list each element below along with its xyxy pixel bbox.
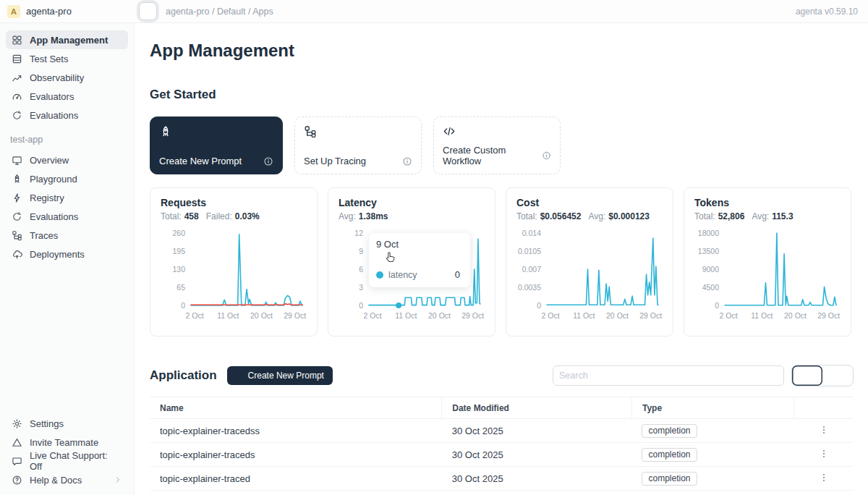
tooltip-series-row: latency0 [376, 269, 463, 280]
table-header-row: Name Date Modified Type [150, 397, 854, 419]
svg-text:0.014: 0.014 [522, 229, 541, 237]
sidebar-item-label: Invite Teammate [30, 437, 98, 448]
svg-text:0.0035: 0.0035 [518, 283, 541, 292]
sidebar-item-evaluators[interactable]: Evaluators [6, 87, 128, 106]
row-actions-icon[interactable] [819, 425, 829, 435]
svg-text:195: 195 [172, 247, 185, 255]
cell-name: topic-explainer-tracedss [150, 419, 442, 443]
cell-type: completion [631, 419, 793, 443]
sidebar-item-label: Overview [30, 155, 69, 166]
sidebar-item-label: Observability [30, 72, 84, 83]
kpi-card-cost: CostTotal:$0.056452Avg:$0.0001230.0140.0… [506, 187, 673, 337]
sidebar-app-item-overview[interactable]: Overview [6, 151, 128, 169]
sidebar-bottom-item-help-docs[interactable]: Help & Docs [6, 470, 128, 489]
plus-icon [236, 372, 244, 380]
svg-text:4500: 4500 [702, 283, 720, 292]
table-row-career-assessment[interactable]: career-assessment27 Oct 2025completion [150, 491, 854, 495]
sidebar-bottom-item-invite-teammate[interactable]: Invite Teammate [6, 433, 128, 452]
series-dot [376, 271, 383, 279]
chevron-right-icon [114, 475, 122, 484]
column-header-type: Type [631, 397, 793, 419]
tree-icon [304, 125, 317, 138]
svg-text:29 Oct: 29 Oct [817, 311, 840, 320]
sidebar-item-label: Settings [30, 418, 64, 429]
apps-table: Name Date Modified Type topic-explainer-… [150, 397, 854, 495]
svg-text:2 Oct: 2 Oct [186, 311, 204, 320]
topbar: A agenta-pro agenta-pro / Default / Apps… [0, 0, 868, 23]
search-input[interactable] [559, 371, 767, 381]
svg-text:9: 9 [359, 247, 363, 255]
breadcrumb[interactable]: agenta-pro / Default / Apps [166, 7, 273, 17]
row-actions-icon[interactable] [819, 449, 829, 459]
kpi-card-latency: LatencyAvg:1.38ms1296302 Oct11 Oct20 Oct… [328, 187, 495, 337]
svg-text:0.007: 0.007 [522, 265, 541, 274]
workspace-switcher[interactable]: A agenta-pro [7, 5, 129, 18]
sidebar-bottom-nav: SettingsInvite TeammateLive Chat Support… [0, 414, 134, 489]
table-row-topic-explainer-traced[interactable]: topic-explainer-traced30 Oct 2025complet… [150, 467, 854, 491]
card-view-button[interactable] [822, 365, 853, 386]
sidebar-app-item-evaluations[interactable]: Evaluations [6, 207, 128, 226]
sidebar-bottom-item-settings[interactable]: Settings [6, 414, 128, 433]
svg-text:29 Oct: 29 Oct [461, 311, 484, 320]
svg-text:3: 3 [359, 283, 363, 292]
rocket-icon [12, 174, 22, 185]
search-icon[interactable] [767, 371, 778, 381]
info-icon [402, 156, 412, 166]
kpi-chart-requests[interactable]: 2601951306502 Oct11 Oct20 Oct29 Oct [161, 224, 308, 334]
sidebar-app-item-playground[interactable]: Playground [6, 169, 128, 188]
sidebar-app-item-deployments[interactable]: Deployments [6, 245, 128, 263]
get-started-card-create-new-prompt[interactable]: Create New Prompt [150, 117, 283, 174]
card-label: Set Up Tracing [304, 156, 366, 166]
svg-text:20 Oct: 20 Oct [250, 311, 273, 320]
svg-text:18000: 18000 [698, 229, 719, 237]
svg-text:20 Oct: 20 Oct [428, 311, 451, 320]
kpi-stats: Total:$0.056452Avg:$0.000123 [516, 211, 663, 221]
kpi-chart-tokens[interactable]: 18000135009000450002 Oct11 Oct20 Oct29 O… [694, 224, 842, 334]
create-new-prompt-button[interactable]: Create New Prompt [227, 366, 333, 385]
view-toggle [791, 365, 854, 386]
svg-text:13500: 13500 [698, 247, 719, 255]
grid-icon [12, 35, 22, 46]
row-actions-icon[interactable] [819, 473, 829, 483]
svg-text:130: 130 [172, 265, 185, 274]
info-icon [263, 156, 273, 166]
type-badge: completion [642, 424, 697, 438]
sidebar-main-nav: App ManagementTest SetsObservabilityEval… [0, 30, 134, 124]
table-row-topic-explainer-traceds[interactable]: topic-explainer-traceds30 Oct 2025comple… [150, 443, 854, 467]
get-started-card-create-custom-workflow[interactable]: Create Custom Workflow [433, 117, 561, 174]
table-row-topic-explainer-tracedss[interactable]: topic-explainer-tracedss30 Oct 2025compl… [150, 419, 854, 443]
sidebar: App ManagementTest SetsObservabilityEval… [0, 23, 135, 495]
cell-date-modified: 30 Oct 2025 [442, 419, 632, 443]
sidebar-app-nav: OverviewPlaygroundRegistryEvaluationsTra… [0, 151, 134, 263]
svg-text:11 Oct: 11 Oct [751, 311, 773, 320]
sidebar-item-label: Evaluations [30, 211, 78, 222]
sidebar-item-evaluations[interactable]: Evaluations [6, 106, 128, 124]
svg-text:20 Oct: 20 Oct [784, 311, 807, 320]
refresh-icon [12, 211, 22, 222]
lightning-icon [12, 192, 22, 203]
sidebar-item-app-management[interactable]: App Management [6, 30, 128, 49]
sidebar-item-label: Evaluations [30, 110, 78, 121]
page-title: App Management [150, 41, 854, 61]
help-icon [12, 475, 22, 486]
get-started-card-set-up-tracing[interactable]: Set Up Tracing [294, 117, 422, 174]
svg-text:12: 12 [354, 229, 363, 237]
kpi-chart-cost[interactable]: 0.0140.01050.0070.003502 Oct11 Oct20 Oct… [516, 224, 664, 334]
sidebar-item-test-sets[interactable]: Test Sets [6, 49, 128, 68]
tooltip-date: 9 Oct [376, 239, 463, 250]
sidebar-app-item-registry[interactable]: Registry [6, 188, 128, 207]
sidebar-item-label: App Management [30, 35, 108, 46]
sidebar-bottom-item-live-chat-support-off[interactable]: Live Chat Support: Off [6, 452, 128, 470]
sidebar-app-item-traces[interactable]: Traces [6, 226, 128, 245]
column-settings-icon[interactable] [819, 402, 829, 412]
kpi-title: Latency [339, 197, 485, 208]
svg-text:20 Oct: 20 Oct [606, 311, 629, 320]
kpi-title: Requests [161, 197, 307, 208]
cell-date-modified: 30 Oct 2025 [442, 443, 632, 467]
chat-icon [12, 456, 22, 467]
svg-text:11 Oct: 11 Oct [573, 311, 595, 320]
table-view-button[interactable] [792, 365, 822, 386]
cloud-up-icon [12, 249, 22, 260]
sidebar-item-observability[interactable]: Observability [6, 68, 128, 87]
sidebar-toggle-button[interactable] [139, 2, 157, 20]
